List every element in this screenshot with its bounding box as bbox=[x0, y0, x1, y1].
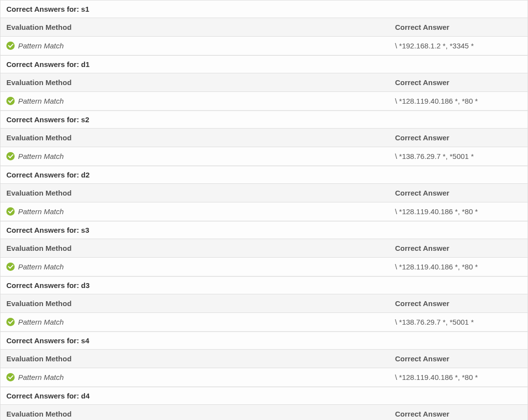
check-circle-icon bbox=[6, 373, 15, 381]
header-row: Evaluation MethodCorrect Answer bbox=[0, 184, 528, 202]
header-row: Evaluation MethodCorrect Answer bbox=[0, 294, 528, 313]
header-row: Evaluation MethodCorrect Answer bbox=[0, 18, 528, 37]
method-label: Pattern Match bbox=[18, 42, 64, 50]
answer-cell: \ *128.119.40.186 *, *80 * bbox=[389, 258, 528, 276]
method-label: Pattern Match bbox=[18, 97, 64, 105]
section-title: Correct Answers for: d2 bbox=[0, 166, 528, 184]
section-title: Correct Answers for: s2 bbox=[0, 111, 528, 129]
answer-section: Correct Answers for: d2Evaluation Method… bbox=[0, 166, 528, 221]
data-row: Pattern Match\ *128.119.40.186 *, *80 * bbox=[0, 368, 528, 387]
method-label: Pattern Match bbox=[18, 263, 64, 271]
answer-cell: \ *138.76.29.7 *, *5001 * bbox=[389, 313, 528, 331]
col-header-answer: Correct Answer bbox=[389, 350, 528, 368]
data-row: Pattern Match\ *128.119.40.186 *, *80 * bbox=[0, 202, 528, 221]
check-circle-icon bbox=[6, 152, 15, 160]
answer-section: Correct Answers for: s1Evaluation Method… bbox=[0, 0, 528, 55]
method-cell: Pattern Match bbox=[0, 37, 389, 55]
col-header-method: Evaluation Method bbox=[0, 184, 389, 202]
col-header-method: Evaluation Method bbox=[0, 350, 389, 368]
answer-section: Correct Answers for: d3Evaluation Method… bbox=[0, 276, 528, 332]
header-row: Evaluation MethodCorrect Answer bbox=[0, 350, 528, 368]
check-circle-icon bbox=[6, 263, 15, 271]
col-header-method: Evaluation Method bbox=[0, 129, 389, 147]
col-header-method: Evaluation Method bbox=[0, 239, 389, 257]
section-title: Correct Answers for: s1 bbox=[0, 0, 528, 18]
col-header-answer: Correct Answer bbox=[389, 129, 528, 147]
data-row: Pattern Match\ *138.76.29.7 *, *5001 * bbox=[0, 147, 528, 166]
header-row: Evaluation MethodCorrect Answer bbox=[0, 405, 528, 420]
method-cell: Pattern Match bbox=[0, 202, 389, 221]
section-title: Correct Answers for: s3 bbox=[0, 221, 528, 239]
data-row: Pattern Match\ *192.168.1.2 *, *3345 * bbox=[0, 37, 528, 55]
answer-cell: \ *128.119.40.186 *, *80 * bbox=[389, 202, 528, 221]
answer-cell: \ *192.168.1.2 *, *3345 * bbox=[389, 37, 528, 55]
col-header-answer: Correct Answer bbox=[389, 294, 528, 312]
answer-section: Correct Answers for: s4Evaluation Method… bbox=[0, 332, 528, 387]
answer-cell: \ *128.119.40.186 *, *80 * bbox=[389, 368, 528, 386]
answer-cell: \ *138.76.29.7 *, *5001 * bbox=[389, 147, 528, 165]
header-row: Evaluation MethodCorrect Answer bbox=[0, 129, 528, 147]
col-header-answer: Correct Answer bbox=[389, 239, 528, 257]
method-cell: Pattern Match bbox=[0, 368, 389, 386]
answer-section: Correct Answers for: s2Evaluation Method… bbox=[0, 111, 528, 166]
col-header-answer: Correct Answer bbox=[389, 184, 528, 202]
data-row: Pattern Match\ *128.119.40.186 *, *80 * bbox=[0, 92, 528, 111]
section-title: Correct Answers for: d4 bbox=[0, 387, 528, 405]
header-row: Evaluation MethodCorrect Answer bbox=[0, 239, 528, 258]
check-circle-icon bbox=[6, 318, 15, 326]
check-circle-icon bbox=[6, 97, 15, 105]
answer-cell: \ *128.119.40.186 *, *80 * bbox=[389, 92, 528, 110]
col-header-method: Evaluation Method bbox=[0, 294, 389, 312]
method-cell: Pattern Match bbox=[0, 92, 389, 110]
method-cell: Pattern Match bbox=[0, 313, 389, 331]
answer-section: Correct Answers for: d4Evaluation Method… bbox=[0, 387, 528, 420]
col-header-answer: Correct Answer bbox=[389, 73, 528, 91]
section-title: Correct Answers for: d1 bbox=[0, 56, 528, 73]
answer-section: Correct Answers for: d1Evaluation Method… bbox=[0, 55, 528, 111]
col-header-answer: Correct Answer bbox=[389, 405, 528, 420]
section-title: Correct Answers for: d3 bbox=[0, 277, 528, 294]
section-title: Correct Answers for: s4 bbox=[0, 332, 528, 350]
col-header-method: Evaluation Method bbox=[0, 18, 389, 36]
method-label: Pattern Match bbox=[18, 152, 64, 160]
col-header-method: Evaluation Method bbox=[0, 73, 389, 91]
check-circle-icon bbox=[6, 42, 15, 50]
col-header-answer: Correct Answer bbox=[389, 18, 528, 36]
data-row: Pattern Match\ *138.76.29.7 *, *5001 * bbox=[0, 313, 528, 332]
data-row: Pattern Match\ *128.119.40.186 *, *80 * bbox=[0, 258, 528, 276]
method-label: Pattern Match bbox=[18, 373, 64, 381]
answer-section: Correct Answers for: s3Evaluation Method… bbox=[0, 221, 528, 276]
method-cell: Pattern Match bbox=[0, 147, 389, 165]
header-row: Evaluation MethodCorrect Answer bbox=[0, 73, 528, 92]
method-label: Pattern Match bbox=[18, 207, 64, 216]
col-header-method: Evaluation Method bbox=[0, 405, 389, 420]
check-circle-icon bbox=[6, 207, 15, 216]
method-label: Pattern Match bbox=[18, 318, 64, 326]
method-cell: Pattern Match bbox=[0, 258, 389, 276]
